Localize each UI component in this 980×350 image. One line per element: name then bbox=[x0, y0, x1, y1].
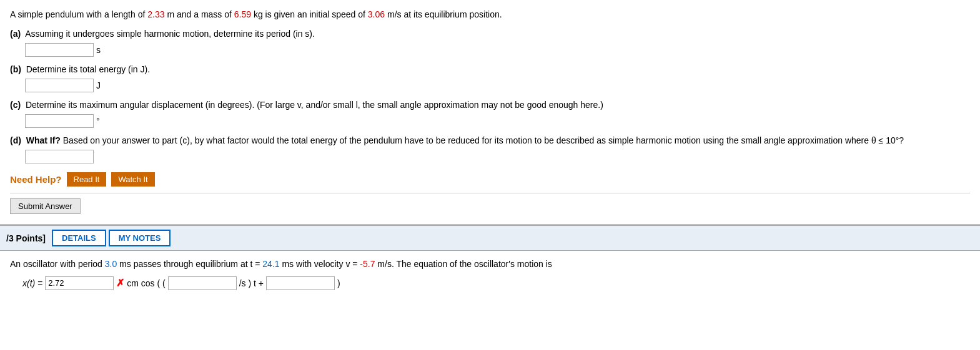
part-b-input-row: J bbox=[25, 79, 970, 92]
part-d: (d) What If? Based on your answer to par… bbox=[10, 134, 970, 163]
part-a-question: (a) Assuming it undergoes simple harmoni… bbox=[10, 27, 970, 41]
tabs-row: /3 Points] DETAILS MY NOTES bbox=[0, 226, 980, 251]
bottom-section: /3 Points] DETAILS MY NOTES An oscillato… bbox=[0, 225, 980, 296]
equation-row: x(t) = ✗ cm cos ( ( /s ) t + ) bbox=[22, 276, 970, 290]
tab-details-button[interactable]: DETAILS bbox=[52, 230, 106, 246]
watch-it-button[interactable]: Watch It bbox=[111, 172, 154, 187]
part-a-unit: s bbox=[96, 45, 101, 55]
frequency-input[interactable] bbox=[168, 276, 237, 290]
amplitude-input[interactable] bbox=[45, 276, 114, 290]
part-a-input-row: s bbox=[25, 43, 970, 57]
part-c: (c) Determine its maximum angular displa… bbox=[10, 99, 970, 128]
submit-button[interactable]: Submit Answer bbox=[10, 198, 81, 214]
part-a-input[interactable] bbox=[25, 43, 94, 57]
close-paren-text: ) bbox=[337, 278, 340, 288]
part-d-input-row bbox=[25, 150, 970, 163]
what-if-label: What If? bbox=[26, 135, 61, 145]
main-content: A simple pendulum with a length of 2.33 … bbox=[0, 0, 980, 225]
need-help-section: Need Help? Read It Watch It bbox=[10, 172, 970, 187]
intro-text: A simple pendulum with a length of bbox=[10, 9, 145, 19]
v-value: -5.7 bbox=[360, 259, 375, 269]
part-c-unit: ° bbox=[96, 116, 100, 126]
part-d-question: (d) What If? Based on your answer to par… bbox=[10, 134, 970, 147]
oscillator-description: An oscillator with period 3.0 ms passes … bbox=[10, 257, 970, 271]
part-d-input[interactable] bbox=[25, 150, 94, 163]
part-b-unit: J bbox=[96, 80, 101, 90]
x-label: x(t) = bbox=[22, 278, 42, 288]
speed-value: 3.06 bbox=[368, 9, 385, 19]
mass-pre: and a mass of bbox=[177, 9, 232, 19]
part-b: (b) Determine its total energy (in J). J bbox=[10, 63, 970, 92]
part-b-question: (b) Determine its total energy (in J). bbox=[10, 63, 970, 76]
period-value: 3.0 bbox=[105, 259, 117, 269]
submit-row: Submit Answer bbox=[10, 193, 970, 219]
phase-input[interactable] bbox=[266, 276, 335, 290]
need-help-label: Need Help? bbox=[10, 174, 62, 185]
mass-value: 6.59 bbox=[234, 9, 251, 19]
points-label: /3 Points] bbox=[6, 233, 46, 243]
problem-statement: A simple pendulum with a length of 2.33 … bbox=[10, 7, 970, 21]
part-b-input[interactable] bbox=[25, 79, 94, 92]
read-it-button[interactable]: Read It bbox=[67, 172, 107, 187]
part-c-input-row: ° bbox=[25, 114, 970, 128]
part-c-input[interactable] bbox=[25, 114, 94, 128]
length-unit: m bbox=[167, 9, 174, 19]
slash-s-text: /s ) t + bbox=[239, 278, 264, 288]
mass-unit: kg bbox=[254, 9, 263, 19]
x-mark-icon: ✗ bbox=[116, 277, 124, 289]
speed-pre: is given an initial speed of bbox=[265, 9, 365, 19]
t-value: 24.1 bbox=[262, 259, 279, 269]
part-c-question: (c) Determine its maximum angular displa… bbox=[10, 99, 970, 112]
length-value: 2.33 bbox=[147, 9, 164, 19]
cm-cos-text: cm cos ( ( bbox=[127, 278, 165, 288]
speed-unit: m/s at its equilibrium position. bbox=[387, 9, 502, 19]
tab-my-notes-button[interactable]: MY NOTES bbox=[109, 230, 171, 246]
part-a: (a) Assuming it undergoes simple harmoni… bbox=[10, 27, 970, 57]
bottom-content: An oscillator with period 3.0 ms passes … bbox=[0, 251, 980, 296]
